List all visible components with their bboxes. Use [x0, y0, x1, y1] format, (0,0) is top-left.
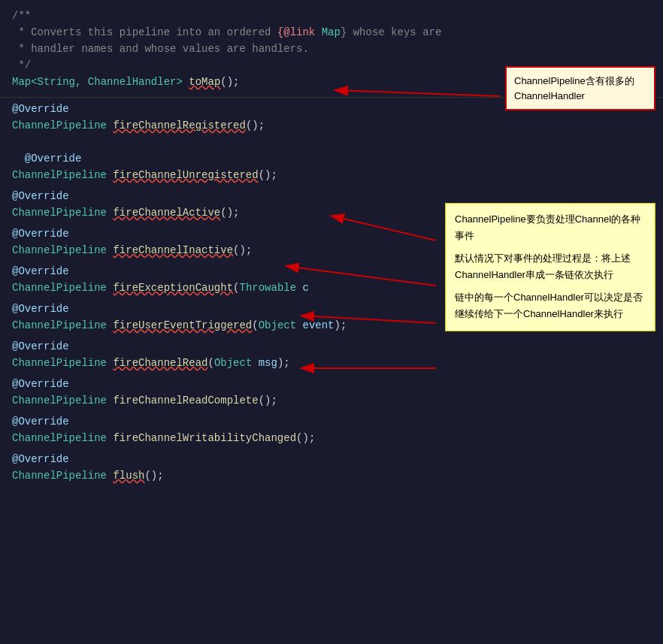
- fire-flush: ChannelPipeline flush();: [0, 467, 663, 484]
- override-8: @Override: [0, 376, 663, 392]
- comment-line-1: /**: [0, 8, 663, 24]
- fire-unregistered: ChannelPipeline fireChannelUnregistered(…: [0, 167, 663, 183]
- blank-1: [0, 134, 663, 150]
- override-2: @Override: [0, 150, 663, 167]
- fire-channel-read: ChannelPipeline fireChannelRead(Object m…: [0, 355, 663, 371]
- annotation-2-para3: 链中的每一个ChannelHandler可以决定是否继续传给下一个Channel…: [455, 289, 646, 322]
- annotation-1-text: ChannelPipeline含有很多的ChannelHandler: [514, 75, 634, 101]
- annotation-box-2: ChannelPipeline要负责处理Channel的各种事件 默认情况下对事…: [445, 203, 655, 331]
- fire-registered: ChannelPipeline fireChannelRegistered();: [0, 117, 663, 134]
- fire-writability: ChannelPipeline fireChannelWritabilityCh…: [0, 430, 663, 446]
- override-9: @Override: [0, 413, 663, 430]
- annotation-2-para2: 默认情况下对事件的处理过程是：将上述ChannelHandler串成一条链依次执…: [455, 250, 646, 283]
- annotation-box-1: ChannelPipeline含有很多的ChannelHandler: [505, 66, 655, 110]
- comment-line-3: * handler names and whose values are han…: [0, 41, 663, 57]
- override-3: @Override: [0, 188, 663, 204]
- fire-read-complete: ChannelPipeline fireChannelReadComplete(…: [0, 392, 663, 409]
- annotation-2-para1: ChannelPipeline要负责处理Channel的各种事件: [455, 211, 646, 244]
- code-editor: /** * Converts this pipeline into an ord…: [0, 0, 663, 644]
- comment-line-2: * Converts this pipeline into an ordered…: [0, 24, 663, 41]
- override-7: @Override: [0, 338, 663, 355]
- override-10: @Override: [0, 451, 663, 467]
